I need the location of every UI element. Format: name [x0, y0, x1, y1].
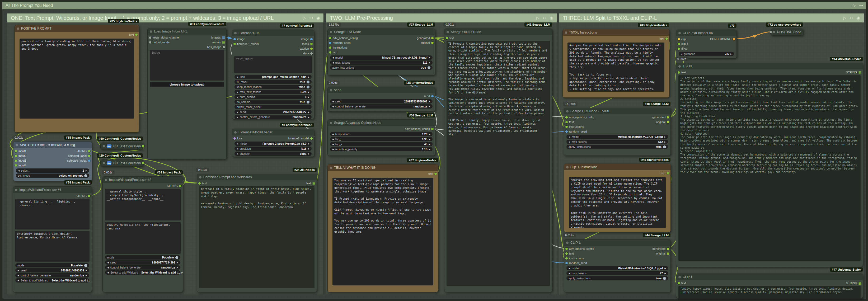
decrement-arrow-icon[interactable]: ◀ [332, 62, 334, 64]
output-dot[interactable] [434, 173, 437, 175]
decrement-arrow-icon[interactable]: ◀ [332, 133, 334, 136]
text-area[interactable]: T5 Prompt: A captivating panoramic portr… [446, 41, 550, 286]
input-dot[interactable] [329, 42, 332, 44]
widget-temperature[interactable]: ◀temperature1.20▶ [330, 132, 433, 136]
input-dot[interactable] [678, 43, 680, 45]
input-dot[interactable] [565, 262, 568, 264]
decrement-arrow-icon[interactable]: ◀ [18, 279, 19, 282]
input-dot[interactable] [15, 159, 17, 162]
text-area[interactable]: family, happy times, house, blue skies, … [678, 286, 861, 298]
widget-attention[interactable]: ◀attentionsdpa▶ [235, 152, 312, 156]
decrement-arrow-icon[interactable]: ◀ [107, 262, 109, 264]
output-dot[interactable] [431, 42, 434, 44]
widget-control-before-generate[interactable]: ◀control_before_generaterandomize▶ [105, 265, 180, 270]
input-dot[interactable] [565, 126, 568, 128]
input-dot[interactable] [446, 37, 448, 39]
grid-output-icon[interactable]: ▦ [859, 282, 861, 284]
output-dot[interactable] [223, 46, 225, 48]
output-dot[interactable] [88, 195, 90, 197]
toggle-dot[interactable] [84, 264, 87, 267]
widget-select[interactable]: ◀select2▶ [16, 169, 89, 173]
output-dot[interactable] [310, 137, 313, 140]
eye-icon[interactable]: ◉ [316, 16, 320, 20]
output-dot[interactable] [135, 33, 137, 36]
collapse-dot-icon[interactable] [566, 166, 568, 169]
widget-mode[interactable]: modePopulate [15, 263, 89, 268]
impact-wildcard-processor-1[interactable]: #38 Impact-PackImpactWildcardProcessor #… [13, 186, 92, 292]
input-dot[interactable] [329, 37, 332, 39]
impact-wildcard-processor-2[interactable]: 0.001s#39 Impact-PackImpactWildcardProce… [102, 176, 183, 292]
input-dot[interactable] [15, 164, 17, 167]
decrement-arrow-icon[interactable]: ◀ [237, 96, 238, 98]
text-area[interactable]: You are an AI assistant specialized in c… [333, 178, 433, 285]
decrement-arrow-icon[interactable]: ◀ [237, 111, 238, 113]
widget-num-beams[interactable]: ◀num_beams8▶ [235, 95, 312, 99]
increment-arrow-icon[interactable]: ▶ [664, 272, 666, 275]
node-header[interactable]: Clip_L Instructions [564, 164, 671, 170]
toggle-dot[interactable] [307, 86, 309, 88]
collapse-dot-icon[interactable] [678, 32, 681, 34]
collapse-dot-icon[interactable] [234, 131, 237, 133]
cr-text-concatenate-40[interactable]: #40 Comfyroll_CustomNodesabcCR Text Conc… [100, 143, 143, 150]
node-header[interactable]: CLIP-L [564, 239, 671, 246]
collapse-dot-icon[interactable] [446, 31, 449, 33]
increment-arrow-icon[interactable]: ▶ [664, 136, 666, 138]
increment-arrow-icon[interactable]: ▶ [429, 138, 430, 141]
increment-arrow-icon[interactable]: ▶ [429, 62, 430, 64]
play-icon[interactable]: ▷ [853, 3, 856, 8]
node-header[interactable]: CLIP-L [676, 274, 863, 280]
increment-arrow-icon[interactable]: ▶ [731, 53, 732, 55]
input-dot[interactable] [234, 38, 236, 40]
increment-arrow-icon[interactable]: ▶ [429, 133, 430, 136]
node-header[interactable]: Florence2ModelLoader [232, 129, 314, 136]
collapse-dot-icon[interactable] [105, 179, 107, 181]
grid-output-icon[interactable]: ▦ [859, 71, 861, 74]
node-header[interactable]: Searge Advanced Options Node [328, 120, 435, 126]
text-area[interactable]: portrait of a family standing in front o… [20, 38, 134, 119]
input-dot[interactable] [149, 36, 151, 39]
text-area[interactable]: __general_photo_style__, __composition_m… [105, 189, 181, 220]
input-dot[interactable] [565, 121, 568, 123]
widget-model[interactable]: ◀modelMistral-7B-Instruct-v0.3.Q8_0.gguf… [566, 135, 668, 139]
widget-max-new-tokens[interactable]: ◀max_new_tokens1024▶ [235, 90, 312, 94]
play-icon[interactable]: ▷ [536, 16, 539, 20]
widget-mode[interactable]: modePopulate [105, 255, 180, 260]
widget-max-tokens[interactable]: ◀max_tokens512▶ [566, 140, 668, 144]
collapse-dot-icon[interactable] [566, 110, 568, 113]
grid-output-icon[interactable]: ▦ [222, 41, 225, 43]
decrement-arrow-icon[interactable]: ◀ [107, 266, 109, 269]
input-dot[interactable] [678, 38, 680, 40]
node-header[interactable]: abcCR Text Concatena [101, 160, 143, 167]
text-area[interactable]: beauty, Majestic sky, lee friedlander, p… [105, 222, 181, 254]
output-dot[interactable] [667, 252, 669, 255]
node-header[interactable]: abcCR Text Concatena [101, 143, 143, 149]
increment-arrow-icon[interactable]: ▶ [181, 271, 183, 274]
output-dot[interactable] [431, 128, 434, 130]
output-dot[interactable] [88, 155, 90, 157]
decrement-arrow-icon[interactable]: ◀ [332, 57, 334, 59]
text-area[interactable]: Analyze the provided text and extract th… [569, 177, 666, 228]
increment-arrow-icon[interactable]: ▶ [86, 170, 87, 172]
searge-output-node[interactable]: 0.001s#41 Searge_LLMSearge Output Nodete… [444, 29, 552, 292]
decrement-arrow-icon[interactable]: ◀ [568, 136, 570, 138]
widget-top-p[interactable]: ◀top_p0.95▶ [330, 137, 433, 141]
collapse-dot-icon[interactable] [330, 89, 332, 91]
tell-ai-what-it-is-doing[interactable]: #37 tinyterraNodesTELL AI WHAT IT IS DOI… [328, 164, 438, 292]
searge-llm-node-t5xxl[interactable]: 18.785s#48 Searge_LLMSearge LLM Node - T… [564, 108, 671, 156]
link-icon[interactable]: ⊶ [859, 3, 863, 8]
output-dot[interactable] [733, 38, 735, 40]
widget-sel-mode[interactable]: sel_modeselect_on_prompt [16, 174, 89, 178]
positive-prompt[interactable]: #35 tinyterraNodesPOSITIVE PROMPTtextpor… [14, 25, 139, 132]
toggle-dot[interactable] [663, 277, 666, 280]
node-header[interactable]: Load Image From URL [148, 28, 226, 35]
decrement-arrow-icon[interactable]: ◀ [237, 143, 238, 145]
node-header[interactable]: T5XXL Instructions [563, 29, 669, 36]
input-dot[interactable] [198, 182, 201, 185]
increment-arrow-icon[interactable]: ▶ [308, 111, 309, 113]
cr-text-concatenate-29[interactable]: #29 Comfyroll_CustomNodesabcCR Text Conc… [100, 159, 143, 167]
output-dot[interactable] [667, 116, 669, 119]
increment-arrow-icon[interactable]: ▶ [86, 274, 87, 277]
input-dot[interactable] [565, 252, 568, 255]
searge-advanced-options[interactable]: #36 Searge_LLMSearge Advanced Options No… [328, 119, 435, 156]
input-dot[interactable] [565, 248, 568, 250]
